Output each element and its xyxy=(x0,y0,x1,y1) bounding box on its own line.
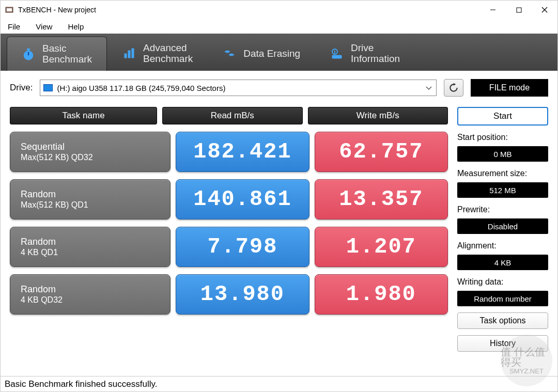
task-cell[interactable]: Random 4 KB QD1 xyxy=(10,227,171,267)
svg-rect-3 xyxy=(517,8,521,12)
erase-icon xyxy=(223,47,236,60)
drive-select[interactable]: (H:) aigo U358 117.18 GB (245,759,040 Se… xyxy=(40,80,437,96)
drive-info-icon: i xyxy=(330,47,344,60)
svg-rect-1 xyxy=(7,8,12,11)
tab-label: Information xyxy=(351,54,400,65)
drive-row: Drive: (H:) aigo U358 117.18 GB (245,759… xyxy=(1,71,557,102)
titlebar: TxBENCH - New project xyxy=(1,1,557,19)
start-position-value[interactable]: 0 MB xyxy=(457,146,548,162)
status-text: Basic Benchmark finished successfully. xyxy=(5,379,157,389)
task-name: Sequential xyxy=(21,142,160,153)
tab-label: Basic xyxy=(42,43,92,54)
start-position-label: Start position: xyxy=(457,133,548,142)
results-header: Task name Read mB/s Write mB/s xyxy=(10,107,448,124)
task-sub: 4 KB QD32 xyxy=(21,295,160,305)
side-panel: Start Start position: 0 MB Measurement s… xyxy=(457,107,548,376)
write-value[interactable]: 1.980 xyxy=(315,274,448,315)
header-task: Task name xyxy=(10,107,157,124)
task-options-button[interactable]: Task options xyxy=(457,312,548,329)
tab-label: Drive xyxy=(351,43,400,54)
task-cell[interactable]: Sequential Max(512 KB) QD32 xyxy=(10,132,171,172)
svg-rect-11 xyxy=(132,49,134,58)
task-sub: Max(512 KB) QD32 xyxy=(21,152,160,162)
task-cell[interactable]: Random Max(512 KB) QD1 xyxy=(10,179,171,219)
file-mode-button[interactable]: FILE mode xyxy=(471,79,548,97)
maximize-button[interactable] xyxy=(506,1,532,19)
result-row: Random 4 KB QD32 13.980 1.980 xyxy=(10,274,448,315)
task-sub: Max(512 KB) QD1 xyxy=(21,200,160,210)
prewrite-value[interactable]: Disabled xyxy=(457,218,548,234)
write-value[interactable]: 13.357 xyxy=(315,179,448,219)
refresh-button[interactable] xyxy=(444,79,463,97)
alignment-label: Alignment: xyxy=(457,241,548,250)
tab-label: Benchmark xyxy=(42,54,92,65)
tab-strip: BasicBenchmark AdvancedBenchmark Data Er… xyxy=(1,34,557,71)
start-button[interactable]: Start xyxy=(457,107,548,126)
write-value[interactable]: 62.757 xyxy=(315,132,448,172)
drive-selected-text: (H:) aigo U358 117.18 GB (245,759,040 Se… xyxy=(57,84,225,92)
tab-label: Benchmark xyxy=(143,54,193,65)
tab-basic-benchmark[interactable]: BasicBenchmark xyxy=(7,37,107,71)
svg-rect-9 xyxy=(125,54,127,58)
result-row: Sequential Max(512 KB) QD32 182.421 62.7… xyxy=(10,132,448,172)
header-write: Write mB/s xyxy=(308,107,448,124)
tab-advanced-benchmark[interactable]: AdvancedBenchmark xyxy=(108,37,207,71)
app-window: TxBENCH - New project File View Help Bas… xyxy=(0,0,558,392)
task-name: Random xyxy=(21,237,160,248)
window-title: TxBENCH - New project xyxy=(18,6,96,14)
menu-view[interactable]: View xyxy=(33,21,55,32)
main-area: Task name Read mB/s Write mB/s Sequentia… xyxy=(1,102,557,376)
task-name: Random xyxy=(21,284,160,295)
read-value[interactable]: 182.421 xyxy=(176,132,309,172)
writing-data-label: Writing data: xyxy=(457,277,548,287)
header-read: Read mB/s xyxy=(162,107,303,124)
read-value[interactable]: 7.798 xyxy=(176,227,309,267)
svg-text:i: i xyxy=(334,50,335,54)
chevron-down-icon xyxy=(425,84,433,92)
task-sub: 4 KB QD1 xyxy=(21,247,160,257)
measurement-size-label: Measurement size: xyxy=(457,169,548,178)
task-name: Random xyxy=(21,189,160,200)
drive-device-icon xyxy=(43,84,53,91)
menubar: File View Help xyxy=(1,19,557,34)
tab-drive-information[interactable]: i DriveInformation xyxy=(316,37,414,71)
svg-rect-10 xyxy=(128,51,130,58)
tab-label: Data Erasing xyxy=(243,49,300,59)
measurement-size-value[interactable]: 512 MB xyxy=(457,182,548,198)
history-button[interactable]: History xyxy=(457,335,548,352)
status-bar: Basic Benchmark finished successfully. xyxy=(1,376,557,391)
writing-data-value[interactable]: Random number xyxy=(457,291,548,306)
read-value[interactable]: 140.861 xyxy=(176,179,309,219)
alignment-value[interactable]: 4 KB xyxy=(457,255,548,270)
task-cell[interactable]: Random 4 KB QD32 xyxy=(10,274,171,315)
read-value[interactable]: 13.980 xyxy=(176,274,309,315)
svg-rect-7 xyxy=(27,49,29,50)
tab-data-erasing[interactable]: Data Erasing xyxy=(208,37,315,71)
svg-rect-12 xyxy=(332,55,342,58)
write-value[interactable]: 1.207 xyxy=(315,227,448,267)
prewrite-label: Prewrite: xyxy=(457,205,548,214)
results-panel: Task name Read mB/s Write mB/s Sequentia… xyxy=(10,107,448,376)
drive-label: Drive: xyxy=(10,83,33,93)
menu-help[interactable]: Help xyxy=(65,21,87,32)
menu-file[interactable]: File xyxy=(5,21,23,32)
result-row: Random 4 KB QD1 7.798 1.207 xyxy=(10,227,448,267)
bars-icon xyxy=(122,47,136,60)
tab-label: Advanced xyxy=(143,43,193,54)
app-icon xyxy=(5,5,14,14)
result-row: Random Max(512 KB) QD1 140.861 13.357 xyxy=(10,179,448,219)
close-button[interactable] xyxy=(532,1,557,19)
stopwatch-icon xyxy=(22,48,35,61)
minimize-button[interactable] xyxy=(480,1,506,19)
